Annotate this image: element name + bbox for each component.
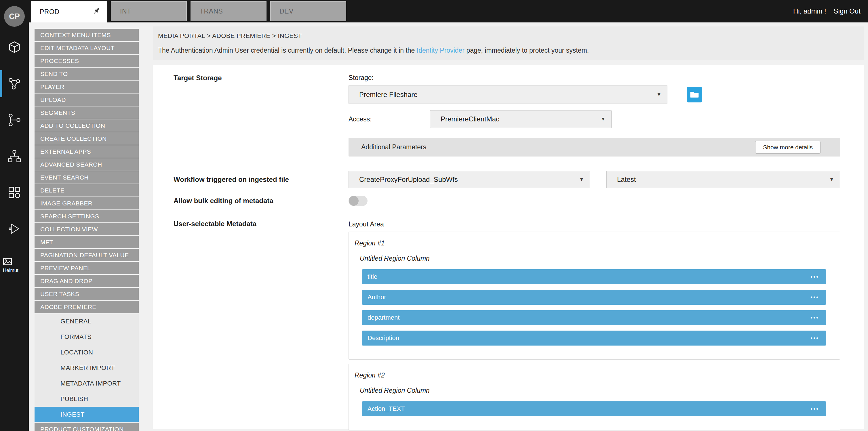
toggle-knob (349, 196, 359, 206)
sidebar-item[interactable]: PREVIEW PANEL (34, 262, 139, 274)
notice-text: page, immediately to protect your system… (465, 47, 589, 54)
sidebar-subitem[interactable]: MARKER IMPORT (34, 360, 139, 376)
tab-label: INT (120, 7, 131, 15)
storage-select[interactable]: Premiere Fileshare ▼ (348, 85, 668, 104)
layout-area-label: Layout Area (348, 220, 840, 228)
tab-label: TRANS (200, 7, 223, 15)
metadata-row: User-selectable Metadata Layout Area Reg… (174, 220, 840, 430)
sidebar-item[interactable]: IMAGE GRABBER (34, 197, 139, 210)
sidebar-item[interactable]: PAGINATION DEFAULT VALUE (34, 249, 139, 261)
metadata-field[interactable]: department ••• (362, 310, 826, 325)
sidebar-item[interactable]: ADD TO COLLECTION (34, 119, 139, 132)
sidebar-item[interactable]: UPLOAD (34, 93, 139, 106)
top-bar: PROD INT TRANS DEV Hi, admin ! Sign Out (0, 0, 868, 23)
sidebar-item[interactable]: DRAG AND DROP (34, 275, 139, 287)
sidebar-subitem-ingest[interactable]: INGEST (34, 407, 139, 422)
environment-tabs: PROD INT TRANS DEV (31, 1, 346, 23)
sidebar-subitem[interactable]: PUBLISH (34, 391, 139, 407)
chevron-down-icon: ▼ (596, 116, 606, 122)
more-options-icon[interactable]: ••• (810, 401, 819, 416)
sidebar-item[interactable]: EDIT METADATA LAYOUT (34, 42, 139, 54)
sidebar-item-adobe-premiere[interactable]: ADOBE PREMIERE (34, 301, 139, 313)
layout-region-1: Region #1 Untitled Region Column title •… (348, 232, 840, 360)
show-more-details-button[interactable]: Show more details (755, 141, 820, 154)
user-greeting: Hi, admin ! (793, 7, 826, 15)
sidebar-item[interactable]: ADVANCED SEARCH (34, 158, 139, 171)
player-icon[interactable] (0, 211, 29, 247)
sidebar-subitem[interactable]: FORMATS (34, 329, 139, 345)
bulk-editing-row: Allow bulk editing of metadata (174, 196, 840, 206)
metadata-field[interactable]: Author ••• (362, 290, 826, 305)
sidebar-item[interactable]: MFT (34, 236, 139, 248)
access-select[interactable]: PremiereClientMac ▼ (430, 110, 612, 128)
branch-icon[interactable] (0, 102, 29, 138)
breadcrumb: MEDIA PORTAL > ADOBE PREMIERE > INGEST (158, 32, 864, 40)
notice-text: The Authentication Admin User credential… (158, 47, 417, 54)
metadata-field[interactable]: title ••• (362, 269, 826, 284)
breadcrumb-panel: MEDIA PORTAL > ADOBE PREMIERE > INGEST T… (153, 27, 864, 60)
sidebar-item[interactable]: SEGMENTS (34, 106, 139, 119)
more-options-icon[interactable]: ••• (810, 269, 819, 284)
metadata-field-label: Author (368, 294, 386, 301)
sidebar-item[interactable]: USER TASKS (34, 288, 139, 300)
sidebar-item[interactable]: EXTERNAL APPS (34, 145, 139, 158)
tab-dev[interactable]: DEV (270, 1, 346, 21)
sidebar-item[interactable]: CREATE COLLECTION (34, 132, 139, 145)
tab-prod[interactable]: PROD (31, 1, 107, 23)
sidebar-item[interactable]: SEND TO (34, 68, 139, 80)
brand-label: Helmut (3, 268, 29, 273)
settings-sidebar: CONTEXT MENU ITEMS EDIT METADATA LAYOUT … (34, 29, 139, 431)
avatar[interactable]: CP (4, 6, 25, 27)
additional-parameters-label: Additional Parameters (361, 143, 426, 151)
sidebar-item[interactable]: PROCESSES (34, 55, 139, 67)
additional-parameters-bar: Additional Parameters Show more details (348, 138, 840, 156)
sidebar-item-product-customization[interactable]: PRODUCT CUSTOMIZATION (34, 423, 139, 431)
region-column-title: Untitled Region Column (360, 387, 826, 395)
metadata-field[interactable]: Action_TEXT ••• (362, 401, 826, 416)
workflow-row: Workflow triggered on ingested file Crea… (174, 171, 840, 188)
workflow-value: CreateProxyForUpload_SubWfs (359, 176, 458, 184)
storage-value: Premiere Fileshare (359, 91, 417, 99)
workflow-select[interactable]: CreateProxyForUpload_SubWfs ▼ (348, 171, 590, 188)
main-content: MEDIA PORTAL > ADOBE PREMIERE > INGEST T… (153, 27, 864, 429)
workflow-version-select[interactable]: Latest ▼ (607, 171, 840, 188)
metadata-field[interactable]: Description ••• (362, 331, 826, 345)
sidebar-subitem[interactable]: METADATA IMPORT (34, 376, 139, 391)
tab-int[interactable]: INT (111, 1, 187, 21)
storage-label: Storage: (348, 74, 840, 82)
region-title: Region #1 (354, 239, 826, 247)
metadata-label: User-selectable Metadata (174, 220, 348, 228)
pin-icon[interactable] (92, 7, 101, 17)
sidebar-item[interactable]: EVENT SEARCH (34, 171, 139, 184)
folder-icon (690, 90, 699, 99)
app-rail: CP (0, 0, 29, 431)
browse-folder-button[interactable] (687, 87, 702, 102)
security-notice: The Authentication Admin User credential… (158, 47, 864, 54)
workflow-version-value: Latest (617, 176, 636, 184)
brand-logo: Helmut (3, 258, 29, 273)
access-label: Access: (348, 115, 430, 123)
workflow-label: Workflow triggered on ingested file (174, 176, 348, 184)
sidebar-item[interactable]: CONTEXT MENU ITEMS (34, 29, 139, 41)
more-options-icon[interactable]: ••• (810, 331, 819, 345)
workflow-icon[interactable] (0, 66, 29, 102)
more-options-icon[interactable]: ••• (810, 290, 819, 305)
cube-icon[interactable] (0, 29, 29, 66)
layout-region-2: Region #2 Untitled Region Column Action_… (348, 364, 840, 430)
chevron-down-icon: ▼ (825, 177, 834, 182)
sidebar-item[interactable]: COLLECTION VIEW (34, 223, 139, 235)
sidebar-item[interactable]: PLAYER (34, 81, 139, 93)
modules-icon[interactable] (0, 174, 29, 211)
sitemap-icon[interactable] (0, 138, 29, 174)
bulk-editing-toggle[interactable] (348, 196, 368, 206)
target-storage-row: Target Storage Storage: Premiere Filesha… (174, 74, 840, 156)
sign-out-link[interactable]: Sign Out (834, 7, 861, 15)
sidebar-subitem[interactable]: GENERAL (34, 314, 139, 329)
more-options-icon[interactable]: ••• (810, 310, 819, 325)
sidebar-subitem[interactable]: LOCATION (34, 345, 139, 360)
tab-trans[interactable]: TRANS (190, 1, 267, 21)
identity-provider-link[interactable]: Identity Provider (417, 47, 465, 54)
tab-label: DEV (279, 7, 293, 15)
sidebar-item[interactable]: DELETE (34, 184, 139, 196)
sidebar-item[interactable]: SEARCH SETTINGS (34, 210, 139, 222)
